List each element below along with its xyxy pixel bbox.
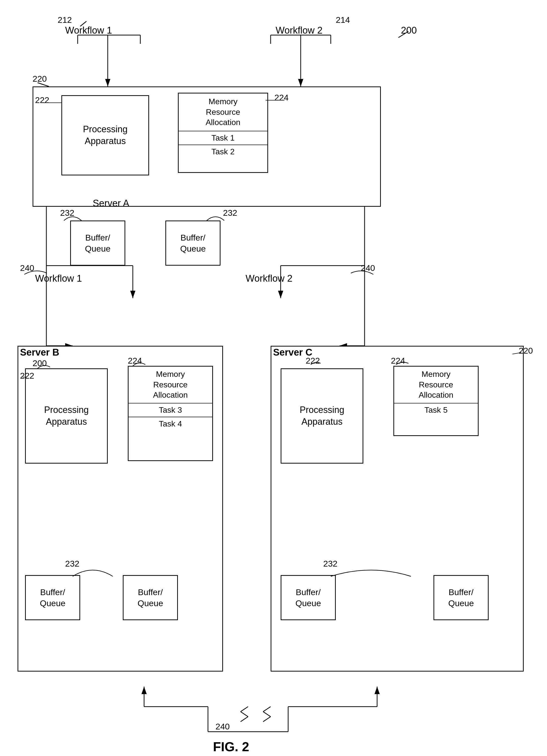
workflow2-top-label: Workflow 2 [276,25,322,36]
ref-222-c-arrow [309,360,322,366]
svg-line-37 [38,83,49,86]
svg-line-33 [263,712,271,717]
workflow1-top-label: Workflow 1 [65,25,112,36]
svg-line-36 [398,31,408,38]
server-a-mra: MemoryResourceAllocation Task 1 Task 2 [178,93,268,173]
ref-224-b-arrow [132,360,147,367]
ref-240-bottom: 240 [215,722,230,731]
server-c-buffer-right: Buffer/Queue [433,575,489,620]
server-b-buffer-left: Buffer/Queue [25,575,80,620]
fig-label: FIG. 2 [213,739,249,754]
ref-224-a-arrow [264,96,287,104]
workflow2-mid-label: Workflow 2 [246,273,292,284]
svg-line-34 [263,707,271,712]
ref-222-a-arrow [40,99,63,106]
svg-line-32 [263,717,271,722]
server-b-label: Server B [20,347,59,358]
server-b-mra: MemoryResourceAllocation Task 3 Task 4 [128,366,213,461]
server-a-buffer-right: Buffer/Queue [165,221,221,266]
ref-220-arrow [36,78,51,88]
server-b-buffer-right: Buffer/Queue [123,575,178,620]
ref-224-c-arrow [395,360,470,366]
svg-line-30 [241,712,248,717]
ref-200-arrow [393,29,413,41]
server-c-mra: MemoryResourceAllocation Task 5 [393,366,479,436]
ref-240-wf2-arrow [350,267,375,277]
ref-232-a-right-arrow [205,212,226,222]
server-a-buffer-left: Buffer/Queue [70,221,125,266]
ref-232-b-arc [70,563,115,578]
server-b-processing-apparatus: ProcessingApparatus [25,368,108,464]
workflow1-mid-label: Workflow 1 [35,273,82,284]
ref-214: 214 [336,15,350,25]
svg-line-29 [241,717,248,722]
server-c-processing-apparatus: ProcessingApparatus [281,368,363,464]
ref-222-b-arrow [21,375,28,380]
svg-line-31 [241,707,248,712]
ref-220-c-arrow [511,350,524,356]
server-a-processing-apparatus: ProcessingApparatus [61,95,149,175]
server-a-label: Server A [93,198,129,209]
ref-212: 212 [58,15,72,25]
ref-232-a-left-arrow [63,212,83,222]
ref-232-c-arc [328,563,413,578]
server-c-buffer-left: Buffer/Queue [281,575,336,620]
svg-line-41 [512,353,521,354]
